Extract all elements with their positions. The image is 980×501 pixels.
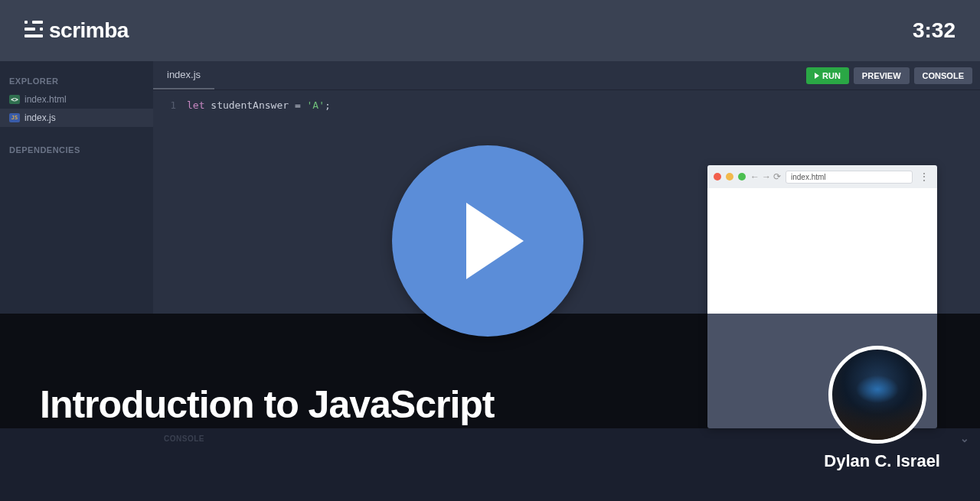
kebab-menu-icon[interactable]: ⋮ [917, 174, 931, 179]
brand-logo[interactable]: scrimba [24, 18, 129, 43]
reload-icon[interactable]: ⟳ [773, 171, 781, 182]
back-arrow-icon[interactable]: ← [750, 171, 760, 182]
nav-arrows: ← → ⟳ [750, 171, 781, 182]
file-item-index-html[interactable]: <> index.html [0, 90, 153, 109]
play-icon [466, 203, 524, 279]
run-label: RUN [822, 71, 841, 80]
explorer-heading: EXPLORER [0, 72, 153, 90]
html-file-icon: <> [9, 95, 20, 104]
play-icon [815, 73, 819, 79]
tab-bar: index.js RUN PREVIEW CONSOLE [153, 61, 980, 90]
console-button[interactable]: CONSOLE [914, 67, 972, 84]
author-name: Dylan C. Israel [824, 451, 940, 471]
console-panel-label: CONSOLE [164, 434, 204, 443]
minimize-dot-icon [726, 173, 733, 181]
forward-arrow-icon[interactable]: → [762, 171, 771, 182]
address-bar[interactable]: index.html [786, 171, 913, 184]
close-dot-icon [714, 173, 721, 181]
course-title: Introduction to JavaScript [40, 382, 495, 427]
code-line: let studentAnswer = 'A'; [187, 99, 331, 111]
file-label: index.html [24, 94, 67, 105]
video-timestamp: 3:32 [913, 18, 956, 43]
brand-name: scrimba [49, 18, 129, 43]
preview-browser-chrome: ← → ⟳ index.html ⋮ [707, 165, 937, 188]
top-bar: scrimba 3:32 [0, 0, 980, 61]
action-buttons: RUN PREVIEW CONSOLE [806, 67, 980, 84]
line-number: 1 [153, 99, 187, 111]
dependencies-heading: DEPENDENCIES [0, 141, 153, 159]
js-file-icon: JS [9, 113, 20, 122]
maximize-dot-icon [738, 173, 746, 181]
chevron-down-icon: ⌄ [960, 432, 970, 444]
author-avatar[interactable] [828, 346, 926, 444]
preview-button[interactable]: PREVIEW [854, 67, 910, 84]
play-button[interactable] [392, 145, 583, 337]
file-item-index-js[interactable]: JS index.js [0, 109, 153, 127]
code-editor[interactable]: 1 let studentAnswer = 'A'; [153, 90, 980, 120]
traffic-lights [714, 173, 746, 181]
tab-index-js[interactable]: index.js [153, 61, 214, 89]
file-label: index.js [24, 112, 56, 123]
preview-content [707, 188, 937, 314]
scrimba-glyph-icon [24, 21, 43, 37]
run-button[interactable]: RUN [806, 67, 849, 84]
